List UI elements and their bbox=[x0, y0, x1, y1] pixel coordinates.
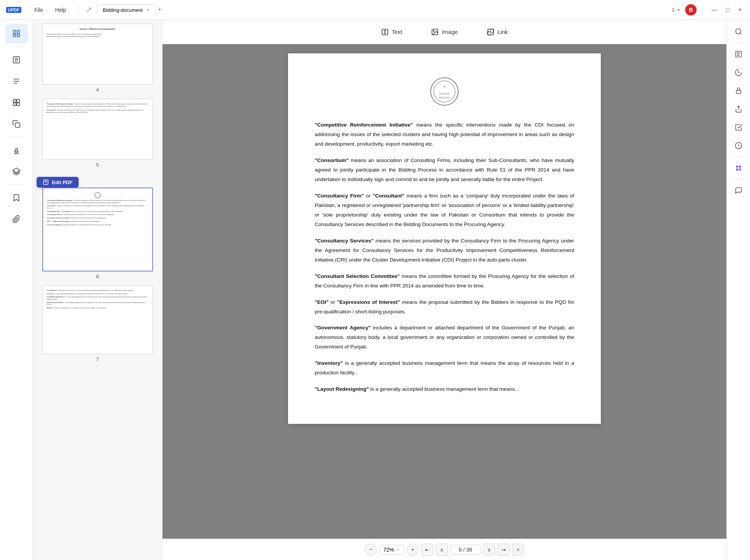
save-icon bbox=[735, 142, 742, 149]
titlebar-right: 1 B — □ × bbox=[672, 4, 744, 16]
svg-point-38 bbox=[736, 166, 737, 167]
sidebar-item-bookmark[interactable] bbox=[5, 188, 28, 208]
pages-icon bbox=[12, 29, 21, 38]
tools-icon bbox=[735, 164, 742, 172]
right-divider-1 bbox=[732, 43, 745, 43]
thumbnail-page-6[interactable]: Edit PDF "Competitive Reinforcement Init… bbox=[37, 174, 158, 279]
doc-para-3: "Consultancy Firm" or "Consultant" means… bbox=[315, 191, 574, 229]
zoom-dropdown-icon bbox=[396, 547, 400, 552]
tab-close-btn[interactable]: × bbox=[146, 7, 150, 13]
share-btn[interactable] bbox=[731, 101, 747, 117]
thumbnail-7-label: 7 bbox=[96, 356, 99, 362]
titlebar: UPDF File Help Bidding-document × + 1 B … bbox=[0, 0, 750, 20]
ocr-icon bbox=[735, 50, 742, 58]
stamp-icon bbox=[12, 146, 21, 154]
thumbnail-5-label: 5 bbox=[96, 162, 99, 168]
sidebar-item-copy[interactable] bbox=[5, 114, 28, 134]
doc-para-6: "EOI" or "Expressions of Interest" means… bbox=[315, 298, 574, 317]
sidebar-item-layers[interactable] bbox=[5, 162, 28, 181]
edit-tooltip-icon bbox=[43, 179, 49, 185]
maximize-button[interactable]: □ bbox=[724, 6, 732, 13]
link-tool-btn[interactable]: Link bbox=[481, 25, 513, 39]
doc-para-2: "Consortium" means an association of Con… bbox=[315, 156, 574, 185]
thumbnail-6-label: 6 bbox=[96, 274, 99, 279]
image-tool-label: Image bbox=[442, 29, 458, 35]
verify-icon bbox=[735, 124, 742, 131]
document-area: Text Image Link bbox=[163, 20, 726, 560]
page-nav[interactable]: 1 bbox=[672, 7, 681, 13]
thumbnail-page-4[interactable]: Section I. Definitions and Interpretatio… bbox=[37, 24, 158, 93]
doc-para-7: "Government Agency" includes a departmen… bbox=[315, 323, 574, 352]
verify-btn[interactable] bbox=[731, 119, 747, 135]
watermark-btn[interactable] bbox=[731, 64, 747, 80]
zoom-in-btn[interactable]: + bbox=[407, 544, 419, 556]
menu-bar: File Help bbox=[29, 5, 71, 15]
doc-toolbar: Text Image Link bbox=[163, 20, 726, 44]
nav-prev-btn[interactable]: ∧ bbox=[436, 544, 448, 556]
share-icon bbox=[735, 105, 742, 113]
sidebar-item-attachment[interactable] bbox=[5, 209, 28, 229]
tab-bidding-document[interactable]: Bidding-document × bbox=[97, 4, 155, 15]
svg-rect-17 bbox=[15, 123, 20, 127]
sidebar-item-organize[interactable] bbox=[5, 93, 28, 112]
text-tool-btn[interactable]: Text bbox=[376, 25, 408, 39]
thumbnail-6-content: "Competitive Reinforcement Initiative" m… bbox=[43, 188, 152, 234]
current-page-display: 1 bbox=[672, 7, 674, 13]
app-logo[interactable]: UPDF bbox=[6, 7, 21, 13]
svg-rect-35 bbox=[736, 90, 741, 93]
thumbnail-panel[interactable]: Section I. Definitions and Interpretatio… bbox=[33, 20, 163, 560]
nav-first-btn[interactable]: ⇤ bbox=[421, 544, 433, 556]
svg-point-25 bbox=[433, 30, 435, 31]
layers-icon bbox=[12, 167, 21, 176]
chat-btn[interactable] bbox=[731, 183, 747, 199]
sidebar-item-edit[interactable] bbox=[5, 50, 28, 70]
edit-mode-icon bbox=[85, 6, 92, 13]
search-icon bbox=[735, 28, 742, 35]
left-sidebar bbox=[0, 20, 33, 560]
doc-scroll[interactable]: ⚜ PUNJAB PAKISTAN "Competitive Reinforce… bbox=[163, 44, 726, 539]
svg-line-33 bbox=[740, 33, 741, 35]
protect-btn[interactable] bbox=[731, 83, 747, 99]
sidebar-item-textlist[interactable] bbox=[5, 71, 28, 91]
bookmark-icon bbox=[12, 194, 21, 202]
nav-next-btn[interactable]: ∨ bbox=[483, 544, 495, 556]
link-tool-label: Link bbox=[497, 29, 508, 35]
doc-page: ⚜ PUNJAB PAKISTAN "Competitive Reinforce… bbox=[288, 53, 601, 424]
thumbnail-page-5[interactable]: "Competitive Reinforcement Initiative" m… bbox=[37, 99, 158, 168]
bottom-bar: − 72% + ⇤ ∧ 6 / 38 ∨ ⇥ × bbox=[163, 539, 726, 560]
svg-point-32 bbox=[736, 29, 740, 34]
sidebar-item-stamp[interactable] bbox=[5, 140, 28, 160]
menu-help[interactable]: Help bbox=[50, 5, 72, 15]
page-nav-dropdown-icon bbox=[676, 7, 681, 13]
tools-btn[interactable] bbox=[731, 160, 747, 176]
zoom-out-btn[interactable]: − bbox=[365, 544, 377, 556]
bottombar-close-btn[interactable]: × bbox=[512, 544, 524, 556]
doc-text-content: "Competitive Reinforcement Initiative" m… bbox=[315, 120, 574, 394]
close-button[interactable]: × bbox=[736, 6, 744, 13]
doc-para-1: "Competitive Reinforcement Initiative" m… bbox=[315, 120, 574, 149]
svg-point-41 bbox=[739, 169, 740, 170]
edit-pdf-tooltip: Edit PDF bbox=[37, 177, 79, 188]
search-btn[interactable] bbox=[731, 24, 747, 40]
image-tool-btn[interactable]: Image bbox=[426, 25, 463, 39]
thumbnail-page-7[interactable]: "Local Member" means the local member of… bbox=[37, 286, 158, 362]
image-tool-icon bbox=[431, 28, 439, 36]
minimize-button[interactable]: — bbox=[709, 6, 720, 13]
ocr-btn[interactable] bbox=[731, 46, 747, 62]
svg-rect-5 bbox=[17, 35, 19, 37]
nav-last-btn[interactable]: ⇥ bbox=[497, 544, 510, 556]
menu-file[interactable]: File bbox=[29, 5, 48, 15]
textlist-icon bbox=[12, 77, 21, 85]
user-avatar[interactable]: B bbox=[685, 4, 697, 16]
doc-header: ⚜ PUNJAB PAKISTAN bbox=[315, 76, 574, 108]
doc-para-9: "Layout Redesigning" is a generally acce… bbox=[315, 385, 574, 394]
svg-rect-14 bbox=[16, 99, 19, 102]
svg-rect-3 bbox=[17, 30, 19, 34]
zoom-level-selector[interactable]: 72% bbox=[379, 545, 404, 555]
edit-tooltip-label: Edit PDF bbox=[52, 180, 72, 185]
tab-add-btn[interactable]: + bbox=[158, 6, 162, 14]
svg-rect-18 bbox=[14, 151, 18, 152]
save-btn[interactable] bbox=[731, 138, 747, 154]
sidebar-item-pages[interactable] bbox=[5, 24, 28, 43]
page-indicator[interactable]: 6 / 38 bbox=[450, 545, 481, 555]
